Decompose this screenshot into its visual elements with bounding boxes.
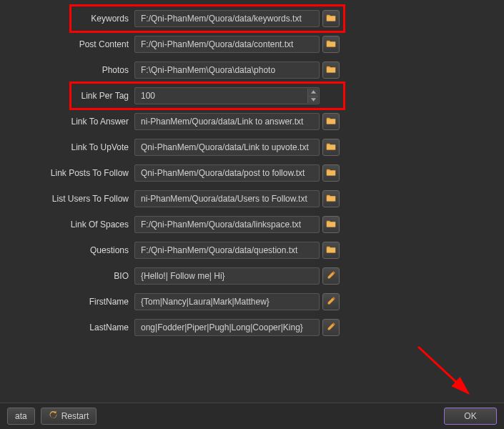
browse-button[interactable]	[322, 190, 340, 207]
folder-icon	[326, 167, 336, 179]
text-input[interactable]	[139, 245, 315, 256]
text-input[interactable]	[139, 193, 315, 204]
browse-button[interactable]	[322, 61, 340, 79]
form-row: Link To Answer	[0, 110, 490, 133]
spinner-up[interactable]	[308, 89, 318, 97]
text-input[interactable]	[139, 296, 315, 307]
form-row: Keywords	[0, 7, 490, 30]
svg-line-0	[418, 347, 468, 393]
browse-button[interactable]	[322, 113, 340, 130]
restart-button-label: Restart	[61, 411, 89, 421]
text-input[interactable]	[139, 142, 315, 153]
folder-icon	[326, 142, 336, 154]
text-input[interactable]	[139, 322, 315, 333]
field-label: Link To UpVote	[0, 142, 134, 152]
browse-button[interactable]	[322, 242, 340, 259]
text-input[interactable]	[139, 219, 315, 230]
field-label: Post Content	[0, 39, 134, 49]
field-label: Keywords	[0, 14, 134, 24]
field-container	[134, 10, 320, 27]
data-button[interactable]: ata	[7, 408, 35, 425]
field-label: Link To Answer	[0, 117, 134, 127]
form-row: Link Per Tag	[0, 84, 490, 107]
pencil-icon	[327, 270, 336, 282]
field-label: LastName	[0, 322, 134, 332]
field-label: List Users To Follow	[0, 194, 134, 204]
edit-button[interactable]	[322, 293, 340, 310]
field-container	[134, 139, 320, 156]
text-input[interactable]	[139, 270, 315, 282]
browse-button[interactable]	[322, 10, 340, 27]
folder-icon	[326, 219, 336, 231]
ok-button-label: OK	[464, 411, 476, 421]
edit-button[interactable]	[322, 267, 340, 285]
field-container	[134, 293, 320, 310]
edit-button[interactable]	[322, 319, 340, 336]
browse-button[interactable]	[322, 164, 340, 182]
form-row: List Users To Follow	[0, 187, 490, 210]
field-label: Photos	[0, 65, 134, 75]
field-label: Link Posts To Follow	[0, 168, 134, 178]
field-label: Link Of Spaces	[0, 220, 134, 230]
folder-icon	[326, 245, 336, 257]
form-row: BIO	[0, 265, 490, 287]
ok-button[interactable]: OK	[444, 408, 497, 425]
folder-icon	[326, 13, 336, 25]
field-container	[134, 164, 320, 182]
field-container	[134, 113, 320, 130]
folder-icon	[326, 39, 336, 51]
form-row: Link Posts To Follow	[0, 162, 490, 184]
field-container	[134, 242, 320, 259]
spinner-control	[307, 89, 318, 103]
restart-icon	[49, 410, 58, 422]
field-container	[134, 267, 320, 285]
pencil-icon	[327, 322, 336, 333]
form-row: Link Of Spaces	[0, 213, 490, 236]
form-row: Post Content	[0, 33, 490, 56]
field-label: BIO	[0, 271, 134, 281]
text-input[interactable]	[139, 64, 315, 76]
browse-button[interactable]	[322, 216, 340, 233]
annotation-arrow	[415, 343, 486, 408]
folder-icon	[326, 64, 336, 77]
data-button-label: ata	[15, 411, 27, 421]
field-label: FirstName	[0, 297, 134, 307]
folder-icon	[326, 116, 336, 128]
field-label: Questions	[0, 245, 134, 255]
folder-icon	[326, 193, 336, 205]
text-input[interactable]	[139, 90, 315, 102]
field-label: Link Per Tag	[0, 91, 134, 101]
field-container	[134, 87, 320, 104]
form-row: Link To UpVote	[0, 136, 490, 159]
field-container	[134, 61, 320, 79]
text-input[interactable]	[139, 167, 315, 179]
pencil-icon	[327, 296, 336, 307]
text-input[interactable]	[139, 13, 315, 24]
field-container	[134, 216, 320, 233]
text-input[interactable]	[139, 39, 315, 50]
spinner-down[interactable]	[308, 97, 318, 104]
bottom-bar: ata Restart OK	[0, 403, 504, 429]
form-row: Photos	[0, 59, 490, 82]
form-row: LastName	[0, 316, 490, 339]
text-input[interactable]	[139, 116, 315, 127]
form-row: Questions	[0, 239, 490, 262]
field-container	[134, 319, 320, 336]
restart-button[interactable]: Restart	[41, 408, 97, 425]
browse-button[interactable]	[322, 36, 340, 53]
field-container	[134, 36, 320, 53]
form-row: FirstName	[0, 290, 490, 313]
field-container	[134, 190, 320, 207]
browse-button[interactable]	[322, 139, 340, 156]
